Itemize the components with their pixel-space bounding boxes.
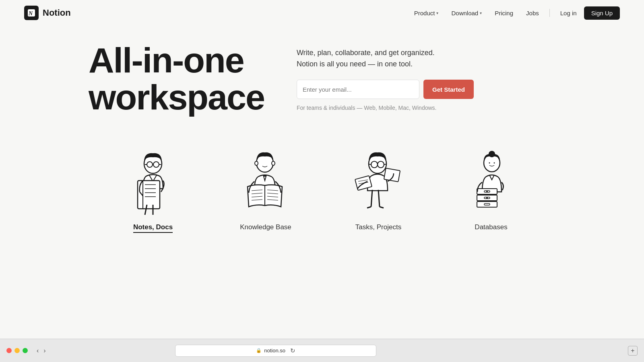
svg-line-33 <box>384 164 386 165</box>
databases-illustration <box>451 144 531 217</box>
browser-chrome: ‹ › 🔒 notion.so ↻ + <box>0 339 644 362</box>
minimize-window-button[interactable] <box>14 348 20 353</box>
svg-point-41 <box>489 151 495 157</box>
nav-jobs[interactable]: Jobs <box>520 6 545 20</box>
get-started-button[interactable]: Get Started <box>423 80 474 99</box>
refresh-button[interactable]: ↻ <box>290 347 295 354</box>
svg-point-16 <box>255 161 258 165</box>
new-tab-button[interactable]: + <box>628 346 638 356</box>
svg-line-39 <box>380 207 384 208</box>
forward-button[interactable]: › <box>42 346 47 355</box>
logo-icon: N <box>24 6 39 20</box>
tasks-illustration <box>338 144 419 217</box>
notes-illustration <box>113 144 193 217</box>
knowledge-illustration <box>225 144 306 217</box>
svg-text:N: N <box>28 10 33 16</box>
feature-notes[interactable]: Notes, Docs <box>97 140 209 241</box>
nav-divider <box>549 9 550 17</box>
email-row: Get Started <box>297 80 474 99</box>
hero-title: All-in-one workspace <box>89 42 264 116</box>
login-button[interactable]: Log in <box>555 6 582 20</box>
hero-subtext: For teams & individuals — Web, Mobile, M… <box>297 105 474 111</box>
hero-description: Write, plan, collaborate, and get organi… <box>297 47 474 70</box>
svg-line-31 <box>369 164 371 165</box>
lock-icon: 🔒 <box>256 348 262 353</box>
svg-point-42 <box>489 162 490 163</box>
hero-right: Write, plan, collaborate, and get organi… <box>297 47 474 111</box>
url-text: notion.so <box>264 348 285 354</box>
nav-download[interactable]: Download ▾ <box>446 6 487 20</box>
feature-databases-label: Databases <box>475 223 507 231</box>
feature-knowledge-label: Knowledge Base <box>240 223 291 231</box>
back-button[interactable]: ‹ <box>35 346 40 355</box>
svg-rect-46 <box>477 202 497 207</box>
svg-point-43 <box>494 162 495 163</box>
browser-traffic-lights <box>6 348 28 353</box>
nav-pricing[interactable]: Pricing <box>489 6 519 20</box>
url-bar[interactable]: 🔒 notion.so ↻ <box>175 345 376 357</box>
download-chevron-icon: ▾ <box>480 11 482 15</box>
navbar: N Notion Product ▾ Download ▾ Pricing Jo… <box>0 0 644 26</box>
svg-point-50 <box>486 191 488 192</box>
browser-navigation: ‹ › <box>35 346 47 355</box>
logo-text: Notion <box>43 8 71 18</box>
svg-point-51 <box>486 197 488 199</box>
feature-tasks[interactable]: Tasks, Projects <box>322 140 435 241</box>
logo[interactable]: N Notion <box>24 6 71 20</box>
svg-line-38 <box>367 207 371 208</box>
signup-button[interactable]: Sign Up <box>584 6 620 20</box>
maximize-window-button[interactable] <box>23 348 28 353</box>
nav-links: Product ▾ Download ▾ Pricing Jobs Log in… <box>409 6 620 20</box>
svg-rect-18 <box>263 175 266 177</box>
email-input[interactable] <box>297 80 419 99</box>
features-section: Notes, Docs <box>0 128 644 241</box>
svg-point-17 <box>272 161 275 165</box>
feature-tasks-label: Tasks, Projects <box>355 223 401 231</box>
feature-databases[interactable]: Databases <box>435 140 547 241</box>
hero-section: All-in-one workspace Write, plan, collab… <box>0 26 644 124</box>
feature-notes-label: Notes, Docs <box>133 223 173 233</box>
svg-rect-35 <box>384 168 400 182</box>
nav-product[interactable]: Product ▾ <box>409 6 444 20</box>
feature-knowledge[interactable]: Knowledge Base <box>209 140 322 241</box>
product-chevron-icon: ▾ <box>436 11 438 15</box>
close-window-button[interactable] <box>6 348 12 353</box>
